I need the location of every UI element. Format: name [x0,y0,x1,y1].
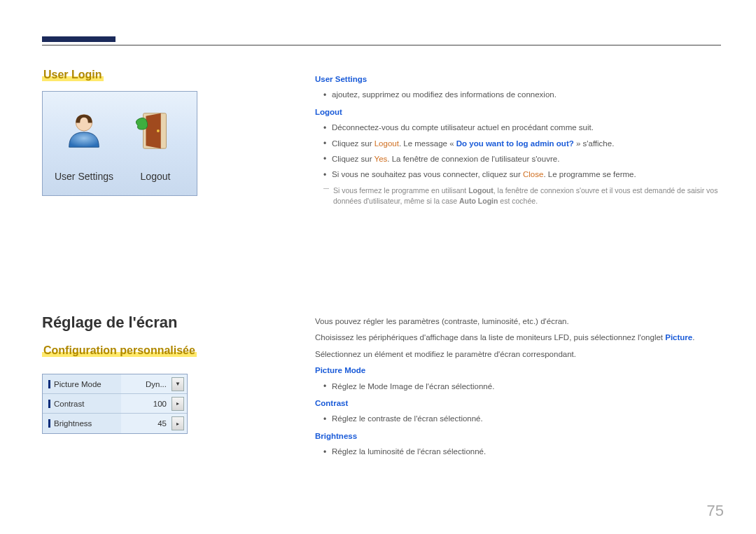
user-icon [62,109,106,153]
logout-bullet-1: Déconnectez-vous du compte utilisateur a… [323,121,721,134]
section-screen-adjust: Réglage de l'écran Configuration personn… [42,314,252,434]
svg-point-2 [157,129,160,132]
page-number: 75 [707,502,724,520]
picture-mode-head: Picture Mode [315,364,721,377]
user-settings-label: User Settings [55,171,113,182]
brightness-bullet: Réglez la luminosité de l'écran sélectio… [323,445,721,458]
user-login-panel: User Settings Logout [42,91,197,196]
logout-bullet-3: Cliquez sur Yes. La fenêtre de connexion… [323,153,721,165]
intro-2: Choisissez les périphériques d'affichage… [315,331,721,344]
value-brightness: 45 ▸ [121,414,187,433]
label-contrast: Contrast [43,394,121,413]
header-accent-bar [42,36,115,42]
door-icon [134,109,177,153]
arrow-right-icon[interactable]: ▸ [172,416,184,430]
close-word: Close [523,170,543,178]
logout-bullet-2: Cliquez sur Logout. Le message « Do you … [323,137,721,150]
picture-tab-word: Picture [665,333,692,342]
intro-3: Sélectionnez un élément et modifiez le p… [315,348,721,360]
label-picture-mode: Picture Mode [43,374,121,393]
logout-note: Si vous fermez le programme en utilisant… [315,185,721,208]
row-picture-mode[interactable]: Picture Mode Dyn... ▼ [43,374,187,394]
logout-label: Logout [141,171,171,182]
logout-head: Logout [315,106,721,118]
yes-word: Yes [374,155,388,163]
heading-reglage: Réglage de l'écran [42,314,252,332]
row-brightness[interactable]: Brightness 45 ▸ [43,414,187,433]
user-settings-bullet: ajoutez, supprimez ou modifiez des infor… [323,88,721,101]
user-settings-head: User Settings [315,73,721,85]
header-rule [42,45,721,45]
dropdown-icon[interactable]: ▼ [172,377,184,391]
pm-bullet: Réglez le Mode Image de l'écran sélectio… [323,380,721,393]
brightness-head: Brightness [315,430,721,442]
user-settings-item[interactable]: User Settings [50,109,118,182]
screen-adjust-description: Vous pouvez régler les paramètres (contr… [315,315,721,463]
contrast-head: Contrast [315,397,721,409]
logout-word: Logout [374,139,399,148]
contrast-bullet: Réglez le contraste de l'écran sélection… [323,412,721,425]
row-contrast[interactable]: Contrast 100 ▸ [43,394,187,414]
section-user-login: User Login User Settings [42,69,238,196]
label-brightness: Brightness [43,414,121,433]
value-picture-mode: Dyn... ▼ [121,374,187,393]
heading-config-perso: Configuration personnalisée [42,344,197,357]
logout-item[interactable]: Logout [122,109,189,182]
heading-user-login: User Login [42,69,104,81]
arrow-right-icon[interactable]: ▸ [172,397,184,411]
value-contrast: 100 ▸ [121,394,187,413]
logout-bullet-4: Si vous ne souhaitez pas vous connecter,… [323,168,721,181]
user-login-description: User Settings ajoutez, supprimez ou modi… [315,70,721,207]
config-panel: Picture Mode Dyn... ▼ Contrast 100 ▸ Bri… [42,374,188,434]
intro-1: Vous pouvez régler les paramètres (contr… [315,315,721,328]
logout-message: Do you want to log admin out? [456,139,574,148]
